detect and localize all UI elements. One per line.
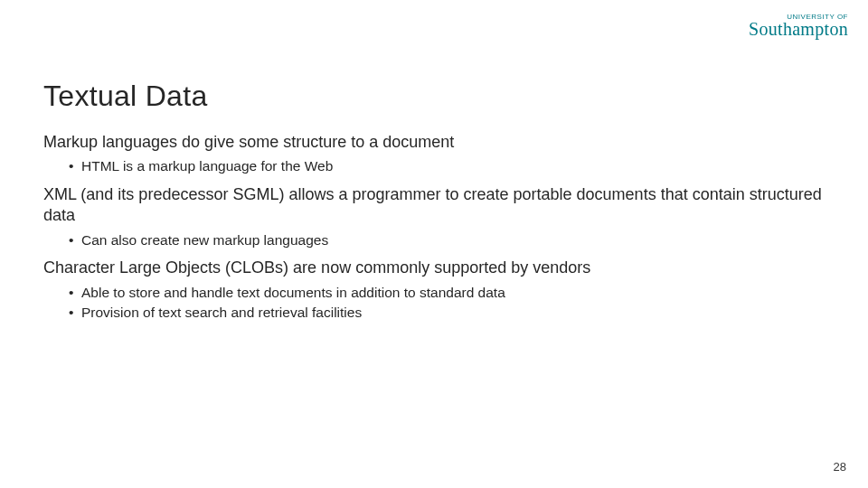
list-item: Can also create new markup languages <box>69 230 825 250</box>
slide-content: Markup languages do give some structure … <box>43 127 825 330</box>
paragraph-2-sublist: Can also create new markup languages <box>69 230 825 250</box>
paragraph-1: Markup languages do give some structure … <box>43 132 825 153</box>
paragraph-3-sublist: Able to store and handle text documents … <box>69 283 825 324</box>
list-item: HTML is a markup language for the Web <box>69 156 825 176</box>
paragraph-2: XML (and its predecessor SGML) allows a … <box>43 184 825 227</box>
paragraph-3: Character Large Objects (CLOBs) are now … <box>43 258 825 278</box>
logo-university-name: Southampton <box>749 19 848 40</box>
list-item: Able to store and handle text documents … <box>69 283 825 303</box>
university-logo: UNIVERSITY OF Southampton <box>749 13 848 40</box>
paragraph-1-sublist: HTML is a markup language for the Web <box>69 156 825 176</box>
list-item: Provision of text search and retrieval f… <box>69 303 825 323</box>
slide-title: Textual Data <box>43 80 207 113</box>
page-number: 28 <box>834 460 846 474</box>
slide: UNIVERSITY OF Southampton Textual Data M… <box>0 0 868 488</box>
